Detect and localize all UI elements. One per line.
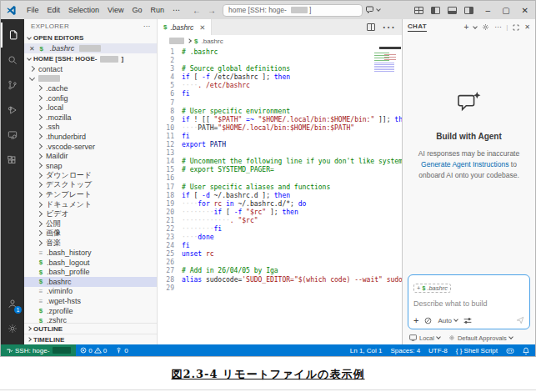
mode-picker[interactable]: Auto xyxy=(438,317,457,324)
tree-item[interactable]: 公開 xyxy=(24,219,157,229)
tree-item[interactable] xyxy=(24,74,157,84)
tree-item[interactable]: $.zshrc xyxy=(24,315,157,323)
run-and-debug-icon[interactable] xyxy=(1,98,24,123)
tree-item[interactable]: Maildir xyxy=(24,151,157,161)
tree-item[interactable]: $.bashrc xyxy=(24,277,157,287)
language-mode[interactable]: { } Shell Script xyxy=(452,347,502,354)
tree-item[interactable]: .local xyxy=(24,103,157,113)
tree-item[interactable]: snap xyxy=(24,161,157,171)
menu-view[interactable]: View xyxy=(103,3,128,17)
session-target-picker[interactable]: Local xyxy=(409,334,440,342)
chat-input-placeholder[interactable]: Describe what to build xyxy=(413,299,524,308)
menu-selection[interactable]: Selection xyxy=(64,3,103,17)
tree-item[interactable]: .vscode-server xyxy=(24,142,157,152)
nav-back-icon[interactable]: ← xyxy=(193,6,201,15)
line-number: 1 xyxy=(158,48,174,57)
tab-bashrc[interactable]: $ .bashrc ✕ xyxy=(158,19,212,35)
tree-item[interactable]: .cache xyxy=(24,83,157,93)
chevron-right-icon xyxy=(37,85,43,91)
chat-panel: CHAT + ⋯ | ✕ Build with Agen xyxy=(402,19,535,344)
tab-close-icon[interactable]: ✕ xyxy=(199,23,205,32)
explorer-more-actions-icon[interactable]: ⋯ xyxy=(143,23,150,30)
minimap[interactable] xyxy=(374,49,399,76)
context-chip-bashrc[interactable]: + $ .bashrc xyxy=(413,284,451,293)
attach-context-icon[interactable]: + xyxy=(413,315,418,325)
copilot-status-icon[interactable] xyxy=(502,347,518,354)
workspace-root-header[interactable]: HOME [SSH: HOGE- ] xyxy=(24,53,157,64)
remote-explorer-icon[interactable] xyxy=(1,123,24,148)
close-icon[interactable]: ✕ xyxy=(29,45,35,53)
nav-forward-icon[interactable]: → xyxy=(208,6,216,15)
menu-go[interactable]: Go xyxy=(128,3,146,17)
cursor-position[interactable]: Ln 1, Col 1 xyxy=(346,347,387,354)
generate-agent-instructions-link[interactable]: Generate Agent Instructions xyxy=(421,160,508,168)
chevron-right-icon xyxy=(37,230,43,236)
tree-item[interactable]: .mozilla xyxy=(24,113,157,123)
customize-layout-icon[interactable] xyxy=(414,7,423,14)
voice-icon[interactable] xyxy=(424,317,432,324)
editor-more-actions-icon[interactable]: ⋯ xyxy=(382,19,395,35)
tools-icon[interactable] xyxy=(463,317,472,324)
extensions-icon[interactable] xyxy=(1,148,24,173)
activity-bar: 1 xyxy=(1,19,24,344)
line-number: 29 xyxy=(158,284,174,293)
settings-gear-icon[interactable] xyxy=(1,316,24,341)
breadcrumb[interactable]: $ .bashrc xyxy=(158,35,402,47)
encoding-indicator[interactable]: UTF-8 xyxy=(424,347,452,354)
outline-section-header[interactable]: OUTLINE xyxy=(24,323,157,334)
copilot-menu-button[interactable] xyxy=(366,6,380,14)
tree-item[interactable]: .ssh xyxy=(24,123,157,133)
remote-indicator[interactable]: SSH: hoge- xyxy=(1,344,76,356)
toggle-primary-sidebar-icon[interactable] xyxy=(431,7,440,14)
line-number: 4 xyxy=(158,73,174,82)
tree-item[interactable]: $.bash_profile xyxy=(24,267,157,277)
tree-item[interactable]: ≡.wget-hsts xyxy=(24,296,157,306)
menu-file[interactable]: File xyxy=(23,3,43,17)
indentation-indicator[interactable]: Spaces: 4 xyxy=(387,347,425,354)
problems-indicator[interactable]: 0 0 xyxy=(76,347,111,354)
command-center[interactable]: home [SSH: hoge- ] xyxy=(223,4,363,17)
toggle-panel-icon[interactable] xyxy=(448,7,457,14)
open-editor-item-bashrc[interactable]: ✕ $ .bashrc xyxy=(24,43,157,53)
tree-item[interactable]: デスクトップ xyxy=(24,180,157,190)
tree-item[interactable]: contact xyxy=(24,64,157,74)
open-editors-label: OPEN EDITORS xyxy=(33,34,83,42)
tree-item[interactable]: $.bash_logout xyxy=(24,258,157,268)
menu-more[interactable]: ⋯ xyxy=(168,3,184,17)
approvals-picker[interactable]: Default Approvals xyxy=(448,334,513,342)
menu-run[interactable]: Run xyxy=(146,3,168,17)
line-number: 10 xyxy=(158,124,174,133)
minimap-slider[interactable] xyxy=(379,47,401,49)
send-icon[interactable] xyxy=(516,316,524,324)
notifications-bell-icon[interactable] xyxy=(518,347,535,354)
shell-file-icon: $ xyxy=(163,23,167,31)
tree-item[interactable]: $.zprofile xyxy=(24,306,157,316)
chevron-right-icon xyxy=(37,124,43,130)
tree-item[interactable]: .config xyxy=(24,93,157,103)
tree-item[interactable]: テンプレート xyxy=(24,190,157,200)
tree-item[interactable]: ダウンロード xyxy=(24,171,157,181)
timeline-section-header[interactable]: TIMELINE xyxy=(24,334,157,344)
code-editor[interactable]: 1# .bashrc23# Source global definitions4… xyxy=(158,47,402,344)
approvals-gear-icon xyxy=(448,334,455,341)
chat-input-box[interactable]: + $ .bashrc Describe what to build + Aut… xyxy=(408,274,530,329)
source-control-icon[interactable] xyxy=(1,73,24,98)
tree-item[interactable]: 音楽 xyxy=(24,239,157,249)
tree-item[interactable]: ドキュメント xyxy=(24,199,157,209)
tree-item[interactable]: .thunderbird xyxy=(24,132,157,142)
explorer-icon[interactable] xyxy=(1,23,24,48)
split-editor-icon[interactable] xyxy=(367,23,375,31)
open-editors-header[interactable]: OPEN EDITORS xyxy=(24,33,157,43)
tree-item[interactable]: 画像 xyxy=(24,229,157,239)
tree-item[interactable]: ≡.viminfo xyxy=(24,287,157,297)
tree-item[interactable]: ≡.bash_history xyxy=(24,248,157,258)
ports-indicator[interactable]: 0 xyxy=(111,347,132,354)
chevron-right-icon xyxy=(37,133,43,139)
accounts-icon[interactable]: 1 xyxy=(1,291,24,316)
tree-item[interactable]: ビデオ xyxy=(24,209,157,219)
search-icon[interactable] xyxy=(1,48,24,73)
approvals-label: Default Approvals xyxy=(458,334,507,342)
breadcrumb-file: .bashrc xyxy=(201,38,223,45)
menu-edit[interactable]: Edit xyxy=(43,3,65,17)
toggle-secondary-sidebar-icon[interactable] xyxy=(464,7,473,14)
